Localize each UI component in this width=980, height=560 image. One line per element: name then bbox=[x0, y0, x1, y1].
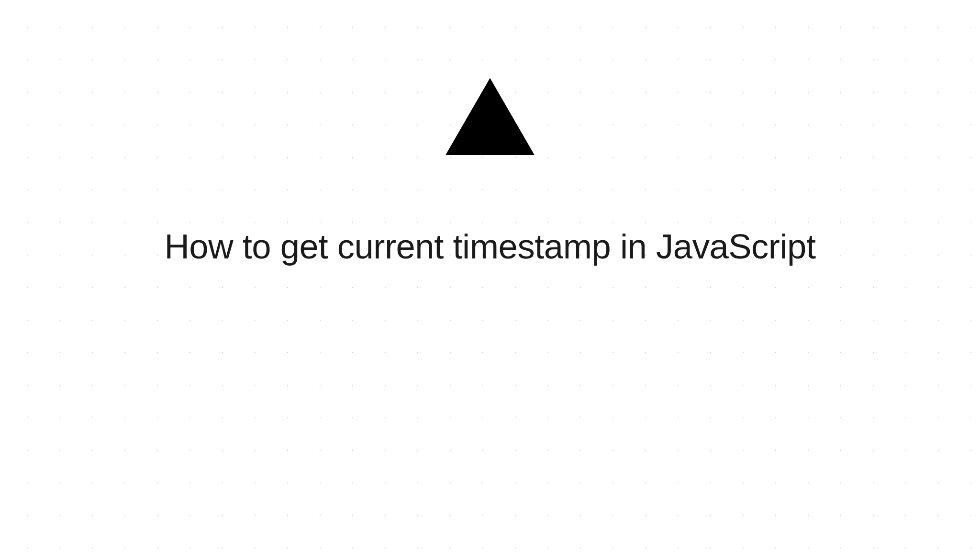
page-title: How to get current timestamp in JavaScri… bbox=[164, 217, 815, 275]
content-wrapper: How to get current timestamp in JavaScri… bbox=[0, 78, 980, 275]
triangle-logo-icon bbox=[445, 78, 535, 155]
